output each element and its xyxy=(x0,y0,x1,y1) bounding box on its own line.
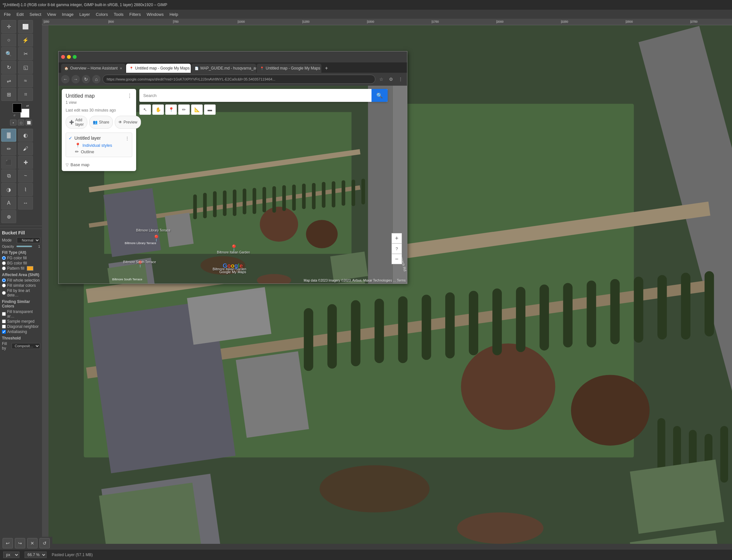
fuzzy-select-tool[interactable] xyxy=(18,34,33,47)
menu-select[interactable]: Select xyxy=(27,11,44,17)
eraser-tool[interactable] xyxy=(1,156,16,169)
new-tab-button[interactable]: + xyxy=(322,64,331,73)
fill-fg-radio[interactable] xyxy=(2,256,6,260)
color-swap-icon[interactable]: ⇄ xyxy=(26,104,29,108)
fill-by-select[interactable]: Composit… xyxy=(12,343,40,349)
path-tool[interactable] xyxy=(18,183,33,196)
opacity-slider-track[interactable] xyxy=(16,245,32,247)
fill-transparent-check[interactable] xyxy=(2,312,6,316)
back-button[interactable]: ← xyxy=(61,75,70,83)
tab-my-maps-active[interactable]: 📍 Untitled map - Google My Maps ✕ xyxy=(126,64,191,73)
url-bar[interactable]: https://www.google.com/maps/d/edit?mid=1… xyxy=(102,75,375,84)
pick-tool[interactable] xyxy=(1,47,16,60)
menu-image[interactable]: Image xyxy=(59,11,76,17)
tab-my-maps-2[interactable]: 📍 Untitled map - Google My Maps ✕ xyxy=(257,64,321,73)
maps-measure-tool[interactable]: 📐 xyxy=(191,104,203,115)
menu-filters[interactable]: Filters xyxy=(127,11,143,17)
fill-transparent-option[interactable]: Fill transparent ar… xyxy=(2,309,40,318)
menu-help[interactable]: Help xyxy=(167,11,181,17)
maps-pin-tool[interactable]: 📍 xyxy=(165,104,177,115)
diagonal-neighbor-check[interactable] xyxy=(2,325,6,328)
antialiasing-check[interactable] xyxy=(2,330,6,334)
share-button[interactable]: 👥 Share xyxy=(89,116,113,129)
fill-bg-option[interactable]: BG color fill xyxy=(2,261,40,265)
text-tool[interactable] xyxy=(1,197,16,210)
maps-shape-tool[interactable]: ▬ xyxy=(204,104,216,115)
erase-mode-icon[interactable]: ⬜ xyxy=(26,120,32,125)
mode-select[interactable]: Normal Dissolve Multiply xyxy=(17,237,40,243)
map-pin-library[interactable]: 📍 xyxy=(152,234,160,242)
menu-icon[interactable]: ⋮ xyxy=(397,75,404,83)
zoom-help-button[interactable]: ? xyxy=(392,243,402,254)
zoom-out-button[interactable]: − xyxy=(392,254,402,264)
browser-close-button[interactable] xyxy=(61,55,65,59)
zoom-in-button[interactable]: + xyxy=(392,233,402,243)
rotate-tool[interactable] xyxy=(1,61,16,74)
menu-colors[interactable]: Colors xyxy=(93,11,111,17)
paintbrush-tool[interactable] xyxy=(18,142,33,155)
fill-whole-radio[interactable] xyxy=(2,278,6,282)
add-layer-button[interactable]: ➕ Add layer xyxy=(66,116,87,129)
layer-style-row[interactable]: 📍 Individual styles xyxy=(69,143,129,148)
maps-pan-tool[interactable]: ✋ xyxy=(152,104,164,115)
color-fg-bg[interactable]: ⇄ ↺ xyxy=(13,103,29,118)
fill-pattern-option[interactable]: Pattern fill xyxy=(2,266,40,271)
refresh-button[interactable]: ↻ xyxy=(82,75,90,83)
lasso-tool[interactable] xyxy=(1,34,16,47)
redo-button[interactable]: ↪ xyxy=(15,538,25,548)
diagonal-neighbor-option[interactable]: Diagonal neighbor xyxy=(2,324,40,329)
menu-file[interactable]: File xyxy=(1,11,13,17)
flip-tool[interactable] xyxy=(1,74,16,87)
bucket-fill-tool[interactable] xyxy=(1,129,16,142)
maps-search-input[interactable] xyxy=(139,93,371,98)
cancel-button[interactable]: ✕ xyxy=(27,538,38,548)
fill-pattern-radio[interactable] xyxy=(2,266,6,270)
blend-tool[interactable] xyxy=(18,129,33,142)
layer-options-button[interactable]: ⋮ xyxy=(125,136,129,141)
fill-lineart-radio[interactable] xyxy=(2,291,6,295)
restore-button[interactable]: ↺ xyxy=(39,538,50,548)
antialiasing-option[interactable]: Antialiasing xyxy=(2,329,40,334)
home-button[interactable]: ⌂ xyxy=(92,75,101,83)
extensions-icon[interactable]: ⚙ xyxy=(387,75,395,83)
bookmark-icon[interactable]: ☆ xyxy=(377,75,385,83)
fill-similar-radio[interactable] xyxy=(2,284,6,287)
base-map-row[interactable]: ▽ Base map xyxy=(66,160,132,167)
tab-ha-close[interactable]: ✕ xyxy=(120,67,122,70)
tab-guide[interactable]: 📄 MAP_GUIDE.md - husqvarna_au… ✕ xyxy=(191,64,256,73)
move-tool[interactable] xyxy=(1,20,16,33)
undo-button[interactable]: ↩ xyxy=(3,538,13,548)
sample-merged-check[interactable] xyxy=(2,319,6,323)
forward-button[interactable]: → xyxy=(71,75,80,83)
clone-tool[interactable] xyxy=(1,169,16,182)
dodge-tool[interactable] xyxy=(1,183,16,196)
align-tool[interactable] xyxy=(1,88,16,101)
maps-draw-tool[interactable]: ✏ xyxy=(178,104,190,115)
maps-select-tool[interactable]: ↖ xyxy=(139,104,151,115)
unit-select[interactable]: px mm cm in xyxy=(3,552,19,558)
shear-tool[interactable] xyxy=(18,61,33,74)
heal-tool[interactable] xyxy=(18,156,33,169)
paint-mode-icon[interactable]: ◻ xyxy=(18,120,24,125)
fill-whole-option[interactable]: Fill whole selection xyxy=(2,278,40,283)
tab-home-assistant[interactable]: 🏠 Overview – Home Assistant ✕ xyxy=(61,64,125,73)
rect-select-tool[interactable] xyxy=(18,20,33,33)
layer-outline-row[interactable]: ✏ Outline xyxy=(69,149,129,154)
preview-button[interactable]: 👁 Preview xyxy=(115,116,141,129)
maps-search-button[interactable]: 🔍 xyxy=(371,89,388,102)
fg-color-swatch[interactable] xyxy=(13,103,22,113)
layer-check-icon[interactable]: ✓ xyxy=(69,135,72,141)
warp-tool[interactable] xyxy=(18,74,33,87)
fill-lineart-option[interactable]: Fill by line art dete… xyxy=(2,288,40,297)
menu-edit[interactable]: Edit xyxy=(14,11,26,17)
normal-mode-icon[interactable]: ▪ xyxy=(10,120,16,125)
crop-tool[interactable] xyxy=(18,47,33,60)
maps-options-button[interactable]: ⋮ xyxy=(127,93,132,99)
browser-maximize-button[interactable] xyxy=(73,55,77,59)
cage-tool[interactable] xyxy=(18,88,33,101)
sample-merged-option[interactable]: Sample merged xyxy=(2,319,40,324)
zoom-tool[interactable] xyxy=(1,210,16,223)
pencil-tool[interactable] xyxy=(1,142,16,155)
color-reset-icon[interactable]: ↺ xyxy=(13,114,16,117)
menu-layer[interactable]: Layer xyxy=(77,11,93,17)
